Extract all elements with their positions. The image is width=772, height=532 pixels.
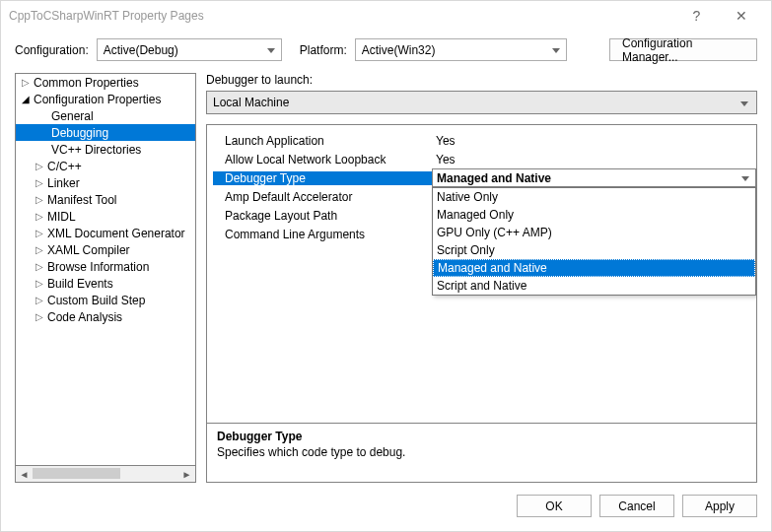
debugger-launch-value: Local Machine xyxy=(213,96,289,109)
config-manager-button[interactable]: Configuration Manager... xyxy=(609,38,757,61)
dialog-footer: OK Cancel Apply xyxy=(1,483,771,531)
tree-item[interactable]: ▷Code Analysis xyxy=(16,308,195,325)
tree-item[interactable]: ▷XAML Compiler xyxy=(16,241,195,258)
description-title: Debugger Type xyxy=(217,430,746,443)
window-title: CppToCSharpWinRT Property Pages xyxy=(9,9,674,23)
chevron-right-icon: ▷ xyxy=(34,261,45,272)
debugger-launch-combo[interactable]: Local Machine xyxy=(206,91,757,114)
apply-button[interactable]: Apply xyxy=(682,495,757,517)
tree-item[interactable]: Debugging xyxy=(16,124,195,141)
tree-item[interactable]: ▷Browse Information xyxy=(16,258,195,275)
property-name: Allow Local Network Loopback xyxy=(207,153,432,166)
chevron-right-icon: ▷ xyxy=(34,211,45,222)
chevron-right-icon: ▷ xyxy=(34,278,45,289)
close-button[interactable]: ✕ xyxy=(719,8,763,24)
property-value[interactable]: Managed and Native xyxy=(432,168,756,187)
chevron-right-icon: ▷ xyxy=(34,228,45,238)
property-row[interactable]: Allow Local Network LoopbackYes xyxy=(207,150,756,168)
cancel-button[interactable]: Cancel xyxy=(599,495,674,517)
description-pane: Debugger Type Specifies which code type … xyxy=(207,423,756,482)
property-value[interactable]: Yes xyxy=(432,134,756,148)
chevron-down-icon: ◢ xyxy=(20,94,32,104)
dropdown-option[interactable]: GPU Only (C++ AMP) xyxy=(433,224,755,241)
config-toolbar: Configuration: Active(Debug) Platform: A… xyxy=(1,31,771,73)
chevron-right-icon: ▷ xyxy=(34,161,45,171)
nav-tree[interactable]: ▷Common Properties◢Configuration Propert… xyxy=(15,73,196,466)
scroll-thumb[interactable] xyxy=(33,468,120,479)
property-name: Debugger Type xyxy=(213,171,432,185)
dropdown-option[interactable]: Native Only xyxy=(433,188,755,206)
property-name: Amp Default Accelerator xyxy=(207,190,432,204)
platform-combo[interactable]: Active(Win32) xyxy=(355,38,567,61)
scroll-left-icon[interactable]: ◄ xyxy=(16,466,33,482)
description-text: Specifies which code type to debug. xyxy=(217,445,746,459)
configuration-label: Configuration: xyxy=(15,43,89,57)
chevron-right-icon: ▷ xyxy=(34,244,45,255)
configuration-combo[interactable]: Active(Debug) xyxy=(97,38,282,61)
ok-button[interactable]: OK xyxy=(517,495,592,517)
tree-item[interactable]: ▷Manifest Tool xyxy=(16,191,195,208)
debugger-launch-label: Debugger to launch: xyxy=(206,73,757,87)
property-value[interactable]: Yes xyxy=(432,153,756,166)
property-name: Command Line Arguments xyxy=(207,228,432,241)
tree-item[interactable]: ▷XML Document Generator xyxy=(16,225,195,241)
property-row[interactable]: Launch ApplicationYes xyxy=(207,131,756,150)
property-name: Package Layout Path xyxy=(207,209,432,223)
property-pages-dialog: CppToCSharpWinRT Property Pages ? ✕ Conf… xyxy=(0,0,772,532)
tree-item[interactable]: ▷C/C++ xyxy=(16,158,195,174)
tree-item[interactable]: ▷Custom Build Step xyxy=(16,292,195,308)
tree-item-common[interactable]: ▷Common Properties xyxy=(16,74,195,91)
dropdown-option[interactable]: Script Only xyxy=(433,241,755,259)
chevron-right-icon: ▷ xyxy=(34,295,45,305)
property-name: Launch Application xyxy=(207,134,432,148)
tree-h-scrollbar[interactable]: ◄ ► xyxy=(15,466,196,483)
scroll-right-icon[interactable]: ► xyxy=(178,466,195,482)
chevron-right-icon: ▷ xyxy=(34,194,45,205)
platform-label: Platform: xyxy=(300,43,347,57)
help-button[interactable]: ? xyxy=(674,8,719,24)
property-grid: Launch ApplicationYesAllow Local Network… xyxy=(206,124,757,483)
dropdown-option[interactable]: Script and Native xyxy=(433,277,755,295)
tree-item[interactable]: VC++ Directories xyxy=(16,141,195,158)
tree-item-config[interactable]: ◢Configuration Properties xyxy=(16,91,195,107)
property-row[interactable]: Debugger TypeManaged and Native xyxy=(207,168,756,187)
debugger-type-dropdown[interactable]: Native OnlyManaged OnlyGPU Only (C++ AMP… xyxy=(432,187,756,296)
tree-item[interactable]: General xyxy=(16,107,195,124)
dropdown-option[interactable]: Managed and Native xyxy=(433,259,755,277)
tree-item[interactable]: ▷Build Events xyxy=(16,275,195,292)
dropdown-option[interactable]: Managed Only xyxy=(433,206,755,224)
platform-value: Active(Win32) xyxy=(362,43,436,57)
chevron-right-icon: ▷ xyxy=(34,311,45,322)
tree-item[interactable]: ▷Linker xyxy=(16,174,195,191)
titlebar: CppToCSharpWinRT Property Pages ? ✕ xyxy=(1,1,771,31)
chevron-right-icon: ▷ xyxy=(20,77,32,88)
chevron-right-icon: ▷ xyxy=(34,177,45,188)
scroll-track[interactable] xyxy=(33,466,178,482)
tree-item[interactable]: ▷MIDL xyxy=(16,208,195,225)
configuration-value: Active(Debug) xyxy=(104,43,178,57)
